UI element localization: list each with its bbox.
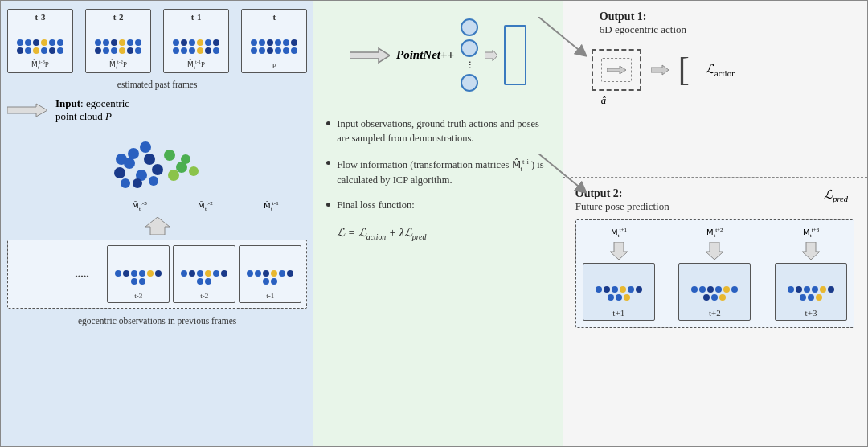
dot <box>197 270 203 277</box>
mlp-circles: ⋮ <box>461 18 478 92</box>
dot <box>49 47 55 54</box>
svg-line-25 <box>538 154 583 190</box>
loss1-sub: action <box>714 68 736 78</box>
dot <box>173 39 179 46</box>
output2-top-labels: M̂tt+1 M̂tt+2 M̂tt+3 <box>583 227 847 239</box>
dot <box>616 294 622 301</box>
dot <box>711 294 718 301</box>
svg-point-15 <box>181 154 190 164</box>
middle-panel: PointNet++ ⋮ Input observations, ground … <box>313 1 562 446</box>
bottom-dot-cloud-t1 <box>246 270 294 285</box>
svg-point-11 <box>121 178 130 188</box>
frame-label-t2: t-2 <box>113 12 124 22</box>
dot <box>723 286 730 293</box>
dot <box>41 47 47 54</box>
bullet-dot-1 <box>326 121 330 125</box>
dot <box>267 47 273 54</box>
svg-point-10 <box>133 178 142 188</box>
frame-t-minus-2: t-2 M̂tt-2P <box>85 9 151 73</box>
output2-subtitle: Future pose prediction <box>575 200 669 212</box>
dot <box>181 47 187 54</box>
dot <box>111 39 117 46</box>
dot-cloud-t2 <box>94 39 142 54</box>
dot <box>287 270 293 277</box>
output2-cloud-t2 <box>690 286 739 301</box>
svg-point-6 <box>116 154 127 165</box>
estimated-caption: estimated past frames <box>7 80 307 89</box>
dot <box>596 286 602 293</box>
loss1-label: ℒ <box>706 63 714 76</box>
dot <box>275 39 281 46</box>
bottom-frame-top-label-t1: M̂tt-1 <box>240 200 302 212</box>
dot <box>95 39 101 46</box>
down-arrow-3-area <box>775 242 847 260</box>
bullet-item-3: Final loss function: <box>326 199 549 213</box>
dot <box>247 270 253 277</box>
svg-marker-28 <box>802 242 820 260</box>
bottom-frame-t1: t-1 <box>239 245 301 303</box>
output1-arrow-right-icon <box>651 64 669 76</box>
bottom-frame-t3: t-3 <box>107 245 170 303</box>
svg-marker-23 <box>651 65 669 75</box>
dot <box>828 286 834 293</box>
output2-header: Output 2: Future pose prediction ℒpred <box>575 187 854 213</box>
bullet-item-2: Flow information (transformation matrice… <box>326 157 549 187</box>
dot <box>155 270 162 277</box>
frame-sub-t-current: P <box>272 62 276 70</box>
svg-marker-22 <box>607 66 626 74</box>
dot <box>115 270 121 277</box>
diagonal-arrow-2-icon <box>538 154 587 194</box>
frame-sub-t1: M̂tt-1P <box>187 59 205 70</box>
svg-point-2 <box>114 167 125 178</box>
diagonal-arrow-1-icon <box>538 17 587 57</box>
pointnet-label: PointNet++ <box>396 48 454 62</box>
output2-frame-t1: t+1 <box>583 263 655 321</box>
dot <box>205 47 211 54</box>
bracket-open: [ <box>678 55 690 85</box>
dot <box>25 39 31 46</box>
fc-block <box>504 25 526 85</box>
dot <box>205 39 211 46</box>
output1-subtitle: 6D 6D egocentric actionegocentric action <box>600 23 686 35</box>
dot <box>691 286 698 293</box>
dot <box>283 39 289 46</box>
output2-top-label-3: M̂tt+3 <box>775 227 847 239</box>
input-label: Input: egocentric point cloud P <box>55 97 129 123</box>
bottom-frame-t2: t-2 <box>173 245 235 303</box>
dot <box>135 39 141 46</box>
dot <box>181 39 187 46</box>
right-panel: Output 1: 6D 6D egocentric actionegocent… <box>563 1 867 446</box>
dot <box>263 270 269 277</box>
dot <box>213 39 219 46</box>
svg-marker-27 <box>706 242 723 260</box>
bottom-frame-top-label-t3: M̂tt-3 <box>108 200 170 212</box>
output2-section: Output 2: Future pose prediction ℒpred M… <box>563 178 867 446</box>
svg-point-12 <box>164 150 175 161</box>
dot <box>271 278 277 285</box>
svg-point-14 <box>168 170 179 181</box>
svg-point-9 <box>149 176 158 186</box>
small-arrow-icon <box>485 48 497 63</box>
dot <box>255 270 261 277</box>
dot <box>731 286 738 293</box>
frame-sub-t3: M̂tt-3P <box>31 59 49 70</box>
dot <box>189 39 195 46</box>
diag-arrow-1-area <box>538 17 587 60</box>
input-section: Input: egocentric point cloud P <box>7 97 307 123</box>
dot <box>699 286 706 293</box>
dot <box>820 286 826 293</box>
dot <box>95 47 101 54</box>
dot <box>135 47 141 54</box>
dots-label: ..... <box>72 245 104 303</box>
down-arrow-1-area <box>583 242 655 260</box>
frame-label-t3: t-3 <box>35 12 46 22</box>
svg-marker-17 <box>145 217 170 235</box>
bottom-caption: egocentric observations in previous fram… <box>7 316 307 326</box>
dot <box>131 278 137 285</box>
frame-sub-t2: M̂tt-2P <box>109 59 127 70</box>
dashed-inner-box <box>601 58 632 82</box>
dot <box>139 270 145 277</box>
output2-frame-label-t1: t+1 <box>612 308 624 318</box>
output2-arrows-row <box>583 242 847 260</box>
dot <box>251 47 257 54</box>
